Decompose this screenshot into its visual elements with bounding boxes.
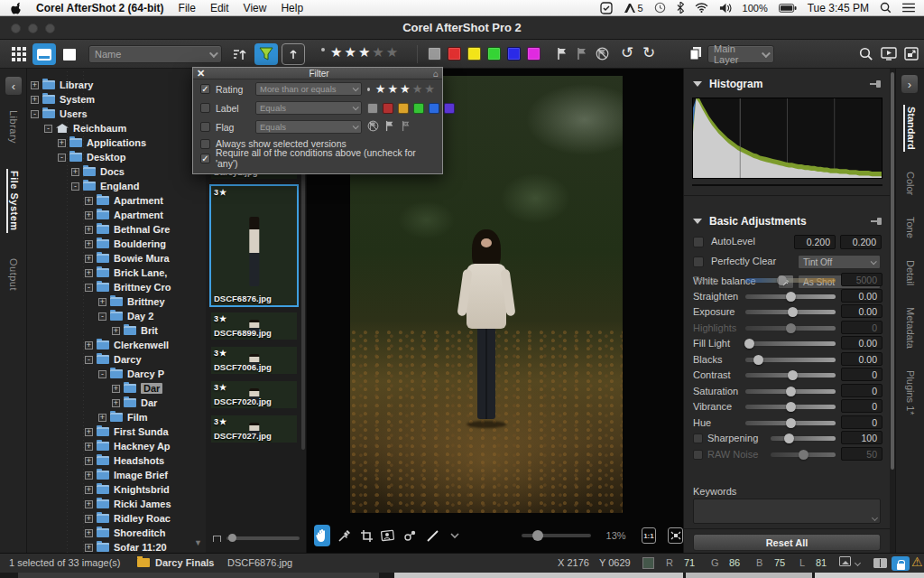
zoom-search-icon[interactable] — [859, 47, 873, 65]
tree-expander[interactable]: + — [31, 81, 39, 89]
right-rail-tab[interactable]: Detail — [904, 258, 917, 287]
pin-icon[interactable] — [871, 216, 882, 227]
tools-more-chevron-icon[interactable] — [448, 525, 464, 546]
single-view-button[interactable] — [58, 43, 81, 65]
adjustment-slider[interactable] — [745, 278, 836, 283]
tree-item[interactable]: + Library — [27, 78, 206, 92]
close-icon[interactable]: ✕ — [197, 69, 205, 79]
menu-help[interactable]: Help — [281, 2, 303, 14]
flag-pick-icon[interactable] — [384, 120, 395, 134]
tree-expander[interactable]: + — [85, 500, 93, 508]
tree-item[interactable]: + Headshots — [27, 453, 206, 468]
right-rail-tab[interactable]: Plugins 1* — [904, 368, 917, 417]
tree-expander[interactable]: + — [85, 443, 93, 451]
adjustment-slider[interactable] — [745, 294, 836, 299]
tree-item[interactable]: + Docs — [27, 164, 206, 179]
wifi-icon[interactable] — [695, 2, 708, 14]
adjustment-value[interactable]: 0 — [841, 368, 882, 381]
tree-expander[interactable]: + — [85, 515, 93, 523]
tree-expander[interactable]: + — [85, 240, 93, 248]
star-icon[interactable]: ★ — [412, 83, 423, 95]
battery-icon[interactable] — [779, 2, 797, 14]
tree-expander[interactable]: + — [112, 399, 120, 407]
check-circle-icon[interactable] — [600, 2, 613, 14]
lock-button[interactable] — [892, 556, 910, 571]
tree-expander[interactable]: + — [112, 385, 120, 393]
adjustment-slider[interactable] — [745, 326, 836, 331]
tree-expander[interactable]: - — [71, 182, 79, 191]
redo-icon[interactable]: ↻ — [642, 45, 655, 61]
tree-expander[interactable]: + — [85, 457, 93, 465]
volume-icon[interactable] — [719, 2, 732, 14]
flag-clear-icon[interactable] — [367, 120, 379, 134]
filmstrip-view-button[interactable] — [32, 43, 56, 65]
redeye-tool[interactable] — [381, 525, 397, 546]
reset-all-button[interactable]: Reset All — [693, 534, 881, 551]
adjustment-value[interactable]: 0.00 — [841, 304, 882, 318]
color-label-chip[interactable] — [467, 47, 481, 61]
slider-thumb[interactable] — [753, 355, 763, 365]
slider-thumb[interactable] — [786, 292, 796, 302]
collapse-triangle-icon[interactable] — [693, 219, 702, 224]
tree-item[interactable]: + Sofar 11:20 — [27, 540, 206, 553]
star-icon[interactable]: ★ — [387, 83, 398, 95]
tree-item[interactable]: + Clerkenwell — [27, 338, 206, 352]
tree-expander[interactable]: - — [58, 154, 66, 162]
tree-item[interactable]: + Image Brief — [27, 468, 206, 482]
adjustment-slider[interactable] — [745, 421, 836, 425]
clear-rating-dot[interactable] — [367, 88, 370, 91]
star-icon[interactable]: ★ — [424, 83, 435, 95]
tree-expander[interactable]: + — [85, 226, 93, 234]
right-rail-tab[interactable]: Color — [904, 170, 917, 197]
clock-icon[interactable] — [654, 2, 666, 14]
tree-expander[interactable]: + — [85, 197, 93, 205]
viewer-zoom-slider[interactable] — [522, 534, 590, 537]
tree-item[interactable]: + Shoreditch — [27, 526, 206, 540]
filter-button[interactable] — [254, 43, 278, 65]
tree-expander[interactable]: + — [85, 211, 93, 219]
tree-item[interactable]: - Users — [27, 107, 206, 121]
tree-item[interactable]: - Reichbaum — [27, 121, 206, 135]
filter-popup-title-bar[interactable]: ✕ Filter ⌂ — [193, 68, 442, 79]
tree-expander[interactable]: + — [71, 168, 79, 176]
dual-monitor-icon[interactable] — [873, 558, 887, 568]
notification-center-icon[interactable] — [902, 2, 915, 14]
filmstrip-thumbnail[interactable]: 3★ DSCF6876.jpg — [209, 184, 299, 307]
rating-filter-checkbox[interactable]: ✓ — [200, 84, 210, 94]
slider-thumb[interactable] — [788, 307, 798, 317]
color-label-chip[interactable] — [367, 103, 378, 114]
tree-expander[interactable]: + — [85, 471, 93, 480]
adjustment-slider[interactable] — [745, 358, 836, 362]
slider-thumb[interactable] — [786, 323, 796, 333]
tree-item[interactable]: - Day 2 — [27, 309, 206, 323]
flag-clear-icon[interactable] — [596, 47, 609, 61]
tree-item[interactable]: + Applications — [27, 135, 206, 150]
adjustment-slider[interactable] — [745, 389, 836, 394]
slider-thumb[interactable] — [799, 450, 808, 460]
adjustment-slider[interactable] — [745, 373, 836, 378]
adjustment-value[interactable]: 0 — [841, 384, 882, 397]
fit-screen-button[interactable] — [668, 527, 683, 544]
tree-item[interactable]: + Bouldering — [27, 237, 206, 251]
color-label-chip[interactable] — [383, 103, 393, 114]
tree-expander[interactable]: + — [58, 139, 66, 147]
filmstrip-thumbnail[interactable]: 3★ DSCF7027.jpg — [209, 414, 299, 444]
export-button[interactable] — [282, 43, 305, 65]
menu-file[interactable]: File — [179, 2, 196, 14]
collapse-left-panel-button[interactable]: ‹ — [5, 76, 23, 96]
slider-thumb[interactable] — [777, 275, 787, 285]
adjustment-value[interactable]: 0.00 — [841, 336, 882, 350]
histogram-header[interactable]: Histogram — [684, 69, 890, 96]
warning-icon[interactable]: ⚠ — [911, 555, 923, 568]
tree-expander[interactable]: + — [85, 341, 93, 350]
tree-item[interactable]: + Brick Lane, — [27, 266, 206, 280]
clear-rating-dot[interactable] — [321, 48, 325, 51]
perfectly-clear-checkbox[interactable] — [693, 256, 704, 267]
perfectly-clear-dropdown[interactable]: Tint Off — [798, 255, 881, 269]
actual-size-button[interactable]: 1:1 — [642, 527, 657, 544]
adjustment-checkbox[interactable] — [693, 450, 703, 460]
adjustment-slider[interactable] — [771, 436, 836, 441]
autolevel-checkbox[interactable] — [693, 237, 704, 247]
tree-item[interactable]: + Hackney Ap — [27, 439, 206, 453]
tree-item[interactable]: + Film — [27, 410, 206, 424]
